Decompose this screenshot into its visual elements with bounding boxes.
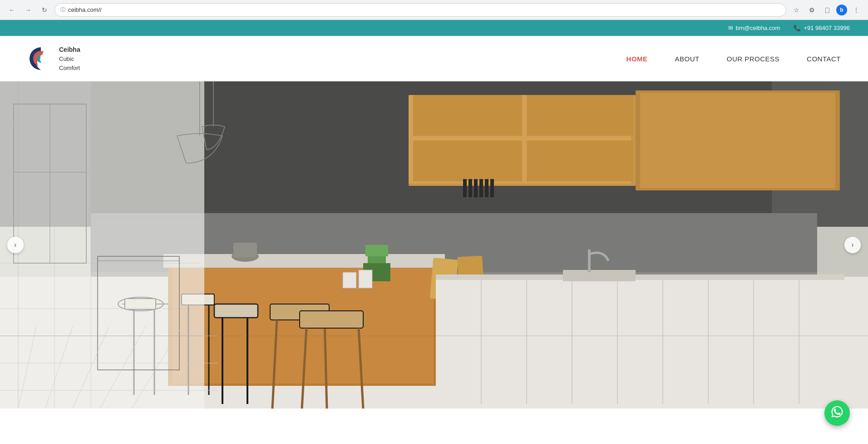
svg-rect-12 (469, 179, 472, 197)
svg-rect-59 (233, 243, 257, 257)
extensions-button[interactable]: ⚙ (805, 4, 818, 16)
nav-contact[interactable]: CONTACT (807, 55, 841, 63)
nav-about[interactable]: ABOUT (675, 55, 700, 63)
svg-rect-10 (640, 93, 835, 188)
svg-rect-16 (490, 179, 494, 197)
slider-prev-button[interactable]: ‹ (7, 237, 24, 253)
svg-rect-43 (365, 245, 388, 256)
svg-rect-22 (163, 254, 445, 268)
hero-slider: ‹ › (0, 81, 868, 409)
main-nav: HOME ABOUT OUR PROCESS CONTACT (626, 55, 841, 63)
svg-rect-57 (436, 274, 844, 280)
svg-rect-11 (463, 179, 467, 197)
security-icon: ⓘ (60, 6, 65, 13)
refresh-button[interactable]: ↻ (38, 4, 51, 16)
phone-link[interactable]: +91 98407 33996 (804, 25, 850, 31)
address-bar[interactable]: ⓘ ceibha.com// (54, 3, 786, 17)
bookmark-button[interactable]: ☆ (790, 4, 803, 16)
slider-next-button[interactable]: › (844, 237, 861, 253)
email-icon: ✉ (728, 25, 733, 31)
svg-rect-13 (474, 179, 478, 197)
brand-line3: Comfort (59, 64, 80, 73)
svg-rect-48 (436, 277, 844, 404)
brand-name: Ceibha (59, 45, 80, 55)
nav-our-process[interactable]: OUR PROCESS (727, 55, 779, 63)
svg-rect-60 (563, 270, 636, 281)
svg-rect-34 (214, 304, 258, 318)
svg-rect-38 (300, 311, 363, 328)
profile-avatar[interactable]: b (836, 5, 847, 15)
forward-button[interactable]: → (22, 4, 35, 16)
logo-text: Ceibha Cubic Comfort (59, 45, 80, 72)
svg-rect-44 (343, 272, 356, 288)
svg-rect-6 (413, 140, 522, 181)
browser-chrome: ← → ↻ ⓘ ceibha.com// ☆ ⚙ ⎕ b ⋮ (0, 0, 868, 20)
menu-button[interactable]: ⋮ (850, 4, 863, 16)
whatsapp-icon (830, 405, 844, 409)
svg-rect-15 (485, 179, 488, 197)
svg-rect-7 (527, 95, 633, 136)
phone-contact: 📞 +91 98407 33996 (794, 25, 850, 31)
phone-icon: 📞 (794, 25, 801, 31)
email-link[interactable]: bm@ceibha.com (736, 25, 780, 31)
email-contact: ✉ bm@ceibha.com (728, 25, 780, 31)
browser-actions: ☆ ⚙ ⎕ b ⋮ (790, 4, 863, 16)
back-button[interactable]: ← (5, 4, 18, 16)
logo-area: Ceibha Cubic Comfort (27, 45, 80, 72)
url-text: ceibha.com// (68, 6, 780, 13)
hero-image (0, 81, 868, 409)
cast-button[interactable]: ⎕ (821, 4, 833, 16)
svg-rect-8 (527, 140, 633, 181)
top-bar: ✉ bm@ceibha.com 📞 +91 98407 33996 (0, 20, 868, 36)
svg-rect-45 (359, 270, 372, 288)
svg-rect-62 (0, 81, 204, 409)
nav-home[interactable]: HOME (626, 55, 648, 63)
svg-rect-5 (413, 95, 522, 136)
brand-line2: Cubic (59, 55, 80, 64)
svg-rect-14 (479, 179, 483, 197)
logo-icon (27, 45, 54, 72)
header: Ceibha Cubic Comfort HOME ABOUT OUR PROC… (0, 36, 868, 81)
